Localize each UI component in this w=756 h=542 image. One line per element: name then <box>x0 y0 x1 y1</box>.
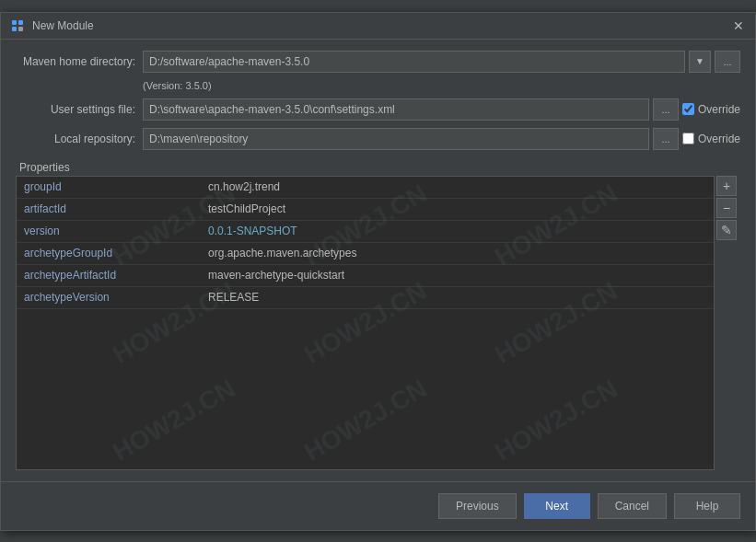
maven-home-input-group: ▼ ... <box>143 51 740 73</box>
user-settings-row: User settings file: ... Override <box>16 98 740 121</box>
prop-value: org.apache.maven.archetypes <box>208 247 356 259</box>
table-row[interactable]: version0.0.1-SNAPSHOT <box>17 221 714 243</box>
user-settings-label: User settings file: <box>16 103 135 116</box>
help-button[interactable]: Help <box>674 493 740 519</box>
local-repo-input-group: ... Override <box>143 128 740 150</box>
prop-key: groupId <box>24 180 208 193</box>
local-repo-row: Local repository: ... Override <box>16 128 740 150</box>
prop-value: testChildProject <box>208 202 285 215</box>
user-settings-override-label[interactable]: Override <box>682 103 740 116</box>
module-icon <box>10 18 25 33</box>
local-repo-override-label[interactable]: Override <box>682 133 740 145</box>
prop-value: maven-archetype-quickstart <box>208 269 344 282</box>
prop-value: cn.how2j.trend <box>208 180 280 193</box>
svg-rect-1 <box>18 20 23 25</box>
prop-key: artifactId <box>24 202 208 215</box>
table-row[interactable]: artifactIdtestChildProject <box>17 199 714 221</box>
maven-home-input[interactable] <box>143 51 685 73</box>
table-row[interactable]: archetypeArtifactIdmaven-archetype-quick… <box>17 265 714 287</box>
add-property-button[interactable]: + <box>716 176 737 196</box>
properties-section: Properties HOW2J.CN HOW2J.CN HOW2J.CN HO… <box>16 161 740 470</box>
prop-key: archetypeArtifactId <box>24 269 208 282</box>
user-settings-browse[interactable]: ... <box>653 98 679 121</box>
local-repo-input[interactable] <box>143 128 649 150</box>
local-repo-override-checkbox[interactable] <box>682 133 694 144</box>
properties-wrapper: HOW2J.CN HOW2J.CN HOW2J.CN HOW2J.CN HOW2… <box>16 176 715 470</box>
user-settings-input-group: ... Override <box>143 98 740 121</box>
close-button[interactable]: ✕ <box>731 18 746 33</box>
prop-key: archetypeGroupId <box>24 247 208 259</box>
version-hint: (Version: 3.5.0) <box>143 80 740 91</box>
svg-rect-2 <box>12 27 17 31</box>
user-settings-override-text: Override <box>698 103 740 116</box>
title-bar: New Module ✕ <box>1 13 755 40</box>
previous-button[interactable]: Previous <box>438 493 517 519</box>
edit-property-button[interactable]: ✎ <box>716 220 737 240</box>
table-row[interactable]: archetypeGroupIdorg.apache.maven.archety… <box>17 243 714 265</box>
dialog-content: Maven home directory: ▼ ... (Version: 3.… <box>1 40 755 481</box>
next-button[interactable]: Next <box>524 493 590 519</box>
user-settings-input[interactable] <box>143 98 649 121</box>
prop-value: 0.0.1-SNAPSHOT <box>208 225 297 237</box>
properties-header: Properties <box>16 161 740 174</box>
remove-property-button[interactable]: − <box>716 198 737 218</box>
dialog-title: New Module <box>32 19 94 32</box>
maven-home-dropdown[interactable]: ▼ <box>689 51 711 73</box>
properties-toolbar: + − ✎ <box>716 176 737 240</box>
maven-home-label: Maven home directory: <box>16 55 135 68</box>
svg-rect-3 <box>18 27 23 31</box>
local-repo-override-text: Override <box>698 133 740 145</box>
maven-home-row: Maven home directory: ▼ ... <box>16 51 740 73</box>
properties-container: HOW2J.CN HOW2J.CN HOW2J.CN HOW2J.CN HOW2… <box>16 176 740 470</box>
local-repo-browse[interactable]: ... <box>653 128 679 150</box>
cancel-button[interactable]: Cancel <box>598 493 667 519</box>
dialog-footer: Previous Next Cancel Help <box>1 481 755 530</box>
prop-rows-container: groupIdcn.how2j.trendartifactIdtestChild… <box>17 177 714 309</box>
table-row[interactable]: groupIdcn.how2j.trend <box>17 177 714 199</box>
properties-table: HOW2J.CN HOW2J.CN HOW2J.CN HOW2J.CN HOW2… <box>16 176 715 470</box>
prop-value: RELEASE <box>208 291 259 304</box>
user-settings-override-checkbox[interactable] <box>682 103 694 115</box>
table-row[interactable]: archetypeVersionRELEASE <box>17 287 714 309</box>
new-module-dialog: New Module ✕ Maven home directory: ▼ ...… <box>0 12 756 531</box>
prop-key: archetypeVersion <box>24 291 208 304</box>
prop-key: version <box>24 225 208 237</box>
maven-home-browse[interactable]: ... <box>715 51 740 73</box>
svg-rect-0 <box>12 20 17 25</box>
local-repo-label: Local repository: <box>16 133 135 145</box>
